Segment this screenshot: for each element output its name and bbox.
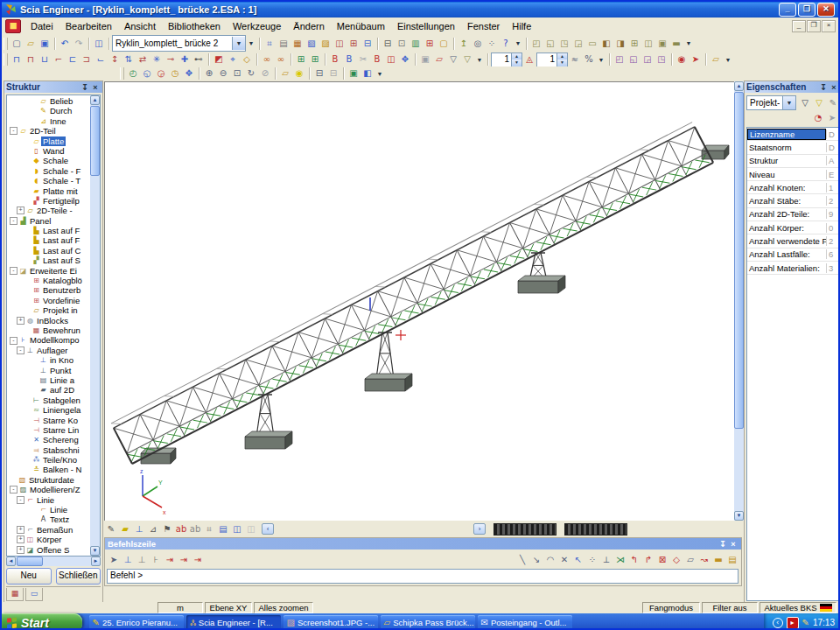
tree-item-vordefinie[interactable]: ⊞Vordefinie xyxy=(8,296,89,305)
tree-item-linie[interactable]: ⌐Linie xyxy=(8,505,89,514)
minimized-view-bar[interactable] xyxy=(494,523,556,536)
close-panel-icon[interactable]: × xyxy=(728,540,738,549)
tree-item-modellieren-z[interactable]: -▨Modellieren/Z xyxy=(8,485,89,494)
tree-expander-icon[interactable]: - xyxy=(10,217,18,225)
tree-item-bema-un[interactable]: +⌐Bemaßun xyxy=(8,525,89,535)
info-query-icon[interactable]: ? xyxy=(499,38,513,50)
viewport-layout-4-icon[interactable]: ◲ xyxy=(571,38,585,50)
export-folder-icon[interactable]: ▱ xyxy=(709,53,723,66)
property-row-anzahl-materialien[interactable]: Anzahl Materialien:3 xyxy=(747,262,838,275)
command-input[interactable]: Befehl > xyxy=(107,569,738,584)
combination-spinner[interactable]: 1 ▲▼ xyxy=(536,52,568,67)
view-y-icon[interactable]: ◵ xyxy=(140,67,154,80)
zoom-window-icon[interactable]: ⊡ xyxy=(230,67,244,80)
tree-item-last-auf-f[interactable]: ▙Last auf F xyxy=(8,226,89,235)
dimension-2-icon[interactable]: B xyxy=(342,53,356,66)
activity-icon[interactable]: ◬ xyxy=(522,53,536,66)
viewport-layout-7-icon[interactable]: ◨ xyxy=(613,38,627,50)
support-node-icon[interactable]: ⊥ xyxy=(121,554,135,566)
view-x-icon[interactable]: ◴ xyxy=(126,67,140,80)
new-button[interactable]: Neu xyxy=(6,568,52,584)
document-table-icon[interactable]: ⊟ xyxy=(360,38,374,50)
title-bar[interactable]: Scia Engineer - [Ryklin_komplett_ brücke… xyxy=(2,2,838,18)
dimension-grid-icon[interactable]: ◫ xyxy=(384,53,398,66)
task-posteingang-outl[interactable]: ✉Posteingang - Outl... xyxy=(478,615,572,630)
close-panel-icon[interactable]: × xyxy=(829,83,839,92)
task-schipka-pass-br-ck[interactable]: ▱Schipka Pass Brück... xyxy=(381,615,475,630)
pie-icon[interactable]: ◔ xyxy=(811,112,825,124)
menu-item-einstellungen[interactable]: Einstellungen xyxy=(391,19,461,33)
dimension-cut-icon[interactable]: ✂ xyxy=(356,53,370,66)
grid-dot-icon[interactable]: ⁘ xyxy=(585,554,599,566)
label-abc-icon[interactable]: ab xyxy=(174,523,188,536)
table-add-icon[interactable]: ⊞ xyxy=(294,53,308,66)
dimension-1-icon[interactable]: B xyxy=(328,53,342,66)
toolbar-grip[interactable] xyxy=(4,38,8,50)
move-node-icon[interactable]: ⊓ xyxy=(10,53,24,66)
snap-endpoint-icon[interactable]: ↘ xyxy=(529,554,543,566)
tree-item-linie-a[interactable]: ▤Linie a xyxy=(8,375,89,385)
zoom-rotate-icon[interactable]: ↻ xyxy=(244,67,258,80)
window-arrange-4-icon[interactable]: ◳ xyxy=(654,53,668,66)
menu-item-men-baum[interactable]: Menübaum xyxy=(331,19,391,33)
export-dropdown-icon[interactable]: ▼ xyxy=(723,53,733,66)
save-view-icon[interactable]: ▣ xyxy=(418,53,432,66)
tab-layers-icon[interactable]: ▭ xyxy=(25,588,43,601)
tree-item-stabgelen[interactable]: ⊢Stabgelen xyxy=(8,396,89,405)
view-filter-icon[interactable]: ▽ xyxy=(446,53,460,66)
export-up-icon[interactable]: ↥ xyxy=(457,38,471,50)
tree-item-liniengela[interactable]: ≈Liniengela xyxy=(8,405,89,415)
tree-item-inne[interactable]: ⊿Inne xyxy=(8,116,89,126)
print-view-icon[interactable]: ⊟ xyxy=(312,67,326,80)
trim-icon[interactable]: ⊐ xyxy=(80,53,94,66)
tree-item-inblocks[interactable]: +◍InBlocks xyxy=(8,316,89,326)
combo-dropdown-icon[interactable]: ▼ xyxy=(232,37,245,50)
tree-expander-icon[interactable]: - xyxy=(10,486,18,494)
property-row-anzahl-lastf-lle[interactable]: Anzahl Lastfälle:6 xyxy=(747,248,838,262)
tree-item-modellkompo[interactable]: -⊦Modellkompo xyxy=(8,335,89,345)
axis-dim-2-icon[interactable]: ⇥ xyxy=(177,554,191,566)
bill-of-material-icon[interactable]: ◫ xyxy=(332,38,346,50)
tree-item-punkt[interactable]: ⊥Punkt xyxy=(8,366,89,375)
doc-gray-icon[interactable]: ◫ xyxy=(244,523,258,536)
pointer-icon[interactable]: ➤ xyxy=(107,554,121,566)
tab-structure-icon[interactable]: ▦ xyxy=(6,588,24,601)
engineering-report-icon[interactable]: ▤ xyxy=(276,38,290,50)
tree-expander-icon[interactable]: + xyxy=(17,526,24,534)
pin-icon[interactable]: ↧ xyxy=(818,83,829,92)
open-view-icon[interactable]: ▱ xyxy=(432,53,446,66)
edit-property-icon[interactable]: ✎ xyxy=(826,97,840,109)
collapse-toolbar-icon[interactable]: ‹ xyxy=(262,523,274,535)
view-z-icon[interactable]: ◶ xyxy=(154,67,168,80)
snap-cursor-icon[interactable]: ↖ xyxy=(571,554,585,566)
window-split-icon[interactable]: ◫ xyxy=(92,38,106,50)
viewport-layout-11-icon[interactable]: ▬ xyxy=(669,38,683,50)
menu-item-ansicht[interactable]: Ansicht xyxy=(118,19,162,33)
restore-button[interactable]: ❐ xyxy=(798,3,816,17)
filter-flash-icon[interactable]: ▽ xyxy=(812,97,826,109)
break-icon[interactable]: ↕ xyxy=(108,53,122,66)
snap-trim-icon[interactable]: ⋊ xyxy=(613,554,627,566)
doc-blue-icon[interactable]: ◫ xyxy=(230,523,244,536)
zoom-mode-cell[interactable]: Alles zoomen xyxy=(254,602,313,613)
tree-expander-icon[interactable]: + xyxy=(17,317,24,325)
zoom-previous-icon[interactable]: ⊘ xyxy=(258,67,272,80)
minimized-view-bar[interactable] xyxy=(564,523,627,536)
tree-item-in-kno[interactable]: ⊥in Kno xyxy=(8,355,89,365)
fly-icon[interactable]: ➤ xyxy=(689,53,703,66)
tree-item-offene-s[interactable]: +◪Offene S xyxy=(8,545,89,555)
property-row-anzahl-2d-teile[interactable]: Anzahl 2D-Teile:9 xyxy=(747,208,838,221)
property-filter-combo[interactable]: Projekt- ▼ xyxy=(746,95,796,110)
close-button[interactable]: ✕ xyxy=(817,3,835,17)
doc-list-dropdown-icon[interactable]: ▼ xyxy=(246,37,256,50)
pin-icon[interactable]: ↧ xyxy=(718,540,728,549)
snap-curve-icon[interactable]: ↝ xyxy=(697,554,711,566)
tree-item-platte[interactable]: ▱Platte xyxy=(8,136,89,146)
mesh-icon[interactable]: ⌗ xyxy=(202,523,216,536)
flag-icon[interactable]: ⚑ xyxy=(160,523,174,536)
grid-dots-icon[interactable]: ⁘ xyxy=(485,38,499,50)
eraser-icon[interactable]: ▰ xyxy=(118,523,132,536)
label-abc-off-icon[interactable]: ab xyxy=(188,523,202,536)
minimize-button[interactable]: _ xyxy=(779,3,796,17)
print-preview-icon[interactable]: ⊡ xyxy=(395,38,409,50)
